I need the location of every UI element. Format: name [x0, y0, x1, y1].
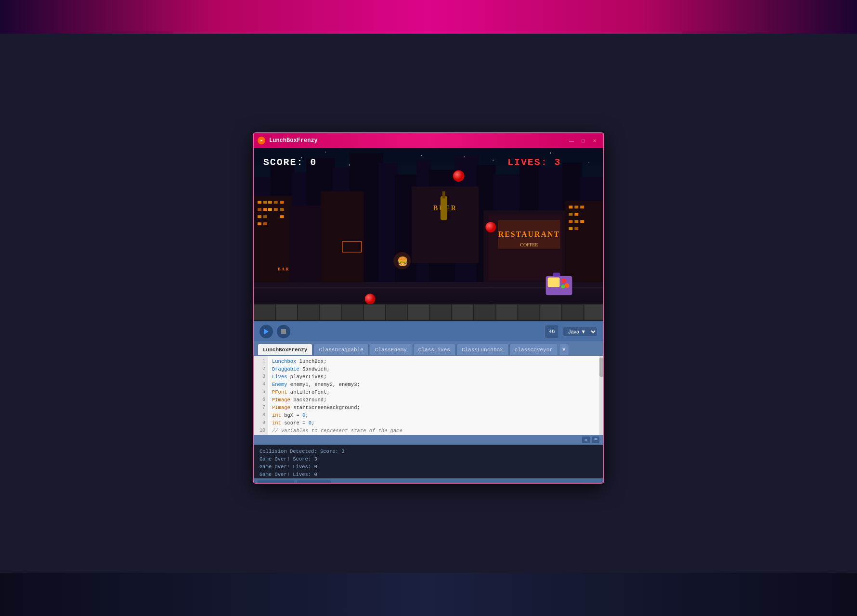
code-line-4: Enemy enemy1, enemy2, enemy3; — [272, 381, 596, 388]
code-line-7: PImage startScreenBackground; — [272, 404, 596, 411]
svg-rect-22 — [321, 191, 364, 282]
console-line-3: Game Over! Lives: 0 — [260, 463, 597, 471]
svg-rect-50 — [254, 304, 275, 320]
console-line-1: Collision Detected: Score: 3 — [260, 448, 597, 455]
tab-classlives[interactable]: ClassLives — [413, 344, 455, 355]
svg-rect-23 — [258, 201, 261, 204]
svg-rect-56 — [386, 304, 407, 320]
debug-icon-button[interactable]: 46 — [545, 325, 559, 338]
play-button[interactable] — [260, 325, 273, 338]
svg-rect-78 — [569, 220, 572, 223]
svg-rect-46 — [442, 191, 445, 198]
minimize-button[interactable]: — — [567, 137, 576, 144]
svg-rect-74 — [574, 205, 578, 208]
svg-rect-26 — [263, 208, 267, 211]
svg-rect-35 — [280, 201, 284, 204]
svg-rect-61 — [496, 304, 518, 320]
svg-rect-21 — [290, 205, 324, 282]
tab-classenemy[interactable]: ClassEnemy — [370, 344, 412, 355]
svg-point-93 — [421, 155, 422, 156]
svg-point-92 — [349, 165, 350, 166]
svg-rect-24 — [263, 201, 267, 204]
console-line-4: Game Over! Lives: 0 — [260, 471, 597, 478]
svg-rect-55 — [364, 304, 386, 320]
svg-rect-45 — [441, 196, 447, 220]
language-selector[interactable]: Java ▼ — [563, 327, 597, 336]
editor-scrollbar[interactable] — [599, 356, 603, 435]
svg-rect-81 — [569, 227, 572, 230]
code-line-2: Draggable Sandwich; — [272, 365, 596, 373]
city-background: RESTAURANT COFFEE BEER — [254, 148, 603, 321]
svg-rect-33 — [268, 208, 272, 211]
svg-rect-86 — [548, 278, 560, 287]
stop-button[interactable] — [277, 325, 290, 338]
errors-tab-icon: ⚠ — [302, 482, 305, 484]
status-icon-1[interactable]: ⊞ — [582, 436, 590, 443]
code-lines: Lunchbox lunchBox; Draggable Sandwich; L… — [268, 356, 599, 435]
svg-rect-57 — [408, 304, 429, 320]
svg-rect-82 — [574, 227, 578, 230]
scrollbar-thumb[interactable] — [599, 358, 603, 377]
tab-classdraggable[interactable]: ClassDraggable — [313, 344, 368, 355]
svg-rect-52 — [298, 304, 319, 320]
console-tab-errors[interactable]: ⚠ Errors — [297, 480, 331, 484]
svg-rect-65 — [584, 304, 603, 320]
svg-text:SCORE: 0: SCORE: 0 — [263, 157, 317, 168]
tab-classcoveyor[interactable]: classCoveyor — [509, 344, 558, 355]
code-line-6: PImage backGround; — [272, 396, 596, 404]
window-controls: — □ ✕ — [567, 137, 599, 144]
svg-rect-76 — [569, 213, 572, 216]
svg-rect-59 — [452, 304, 474, 320]
svg-point-104 — [485, 222, 496, 232]
main-window: LunchBoxFrenzy — □ ✕ — [253, 132, 604, 484]
console-tabs-bar: ▶ Console ⚠ Errors — [254, 478, 603, 484]
svg-rect-75 — [580, 205, 584, 208]
svg-point-95 — [550, 153, 551, 154]
bg-top-bar — [0, 0, 857, 34]
tab-more-button[interactable]: ▼ — [559, 344, 569, 355]
tab-classlunchbox[interactable]: ClassLunchbox — [456, 344, 508, 355]
maximize-button[interactable]: □ — [578, 137, 588, 144]
svg-rect-25 — [258, 208, 261, 211]
svg-rect-37 — [280, 215, 284, 218]
svg-rect-79 — [574, 220, 578, 223]
svg-point-96 — [588, 162, 589, 163]
svg-point-89 — [561, 284, 565, 288]
status-icon-2[interactable]: ☰ — [592, 436, 599, 443]
line-numbers: 1 2 3 4 5 6 7 8 9 10 11 12 13 14 — [254, 356, 268, 435]
svg-rect-36 — [280, 208, 284, 211]
svg-point-97 — [325, 152, 326, 153]
svg-text:BAR: BAR — [278, 267, 290, 271]
svg-rect-30 — [263, 222, 267, 225]
svg-point-103 — [454, 171, 464, 181]
svg-point-88 — [564, 283, 569, 288]
svg-rect-64 — [562, 304, 584, 320]
console-area: Collision Detected: Score: 3 Game Over! … — [254, 445, 603, 478]
svg-text:LIVES: 3: LIVES: 3 — [507, 157, 561, 168]
svg-rect-32 — [274, 201, 278, 204]
tab-lunchboxfrenzy[interactable]: LunchBoxFrenzy — [258, 344, 312, 355]
ide-toolbar: 46 Java ▼ — [254, 321, 603, 341]
code-line-9: int score = 0; — [272, 419, 596, 427]
close-button[interactable]: ✕ — [590, 137, 599, 144]
code-line-10: // variables to represent state of the g… — [272, 427, 596, 435]
console-tab-console[interactable]: ▶ Console — [258, 480, 294, 484]
svg-rect-60 — [474, 304, 495, 320]
svg-rect-90 — [553, 273, 560, 277]
code-line-3: Lives playerLives; — [272, 373, 596, 381]
svg-point-94 — [493, 160, 493, 161]
svg-rect-28 — [263, 215, 267, 218]
window-title: LunchBoxFrenzy — [269, 137, 567, 144]
svg-point-98 — [464, 156, 465, 157]
editor-status-bar: ⊞ ☰ — [254, 435, 603, 445]
svg-rect-62 — [518, 304, 540, 320]
code-content: 1 2 3 4 5 6 7 8 9 10 11 12 13 14 Lunchbo… — [254, 356, 603, 435]
svg-marker-106 — [264, 329, 269, 334]
console-tab-icon: ▶ — [262, 482, 265, 484]
game-canvas: RESTAURANT COFFEE BEER — [254, 148, 603, 321]
svg-rect-51 — [276, 304, 298, 320]
svg-rect-54 — [342, 304, 364, 320]
svg-point-105 — [365, 294, 376, 304]
tabs-bar: LunchBoxFrenzy ClassDraggable ClassEnemy… — [254, 341, 603, 356]
code-editor[interactable]: 1 2 3 4 5 6 7 8 9 10 11 12 13 14 Lunchbo… — [254, 356, 603, 435]
